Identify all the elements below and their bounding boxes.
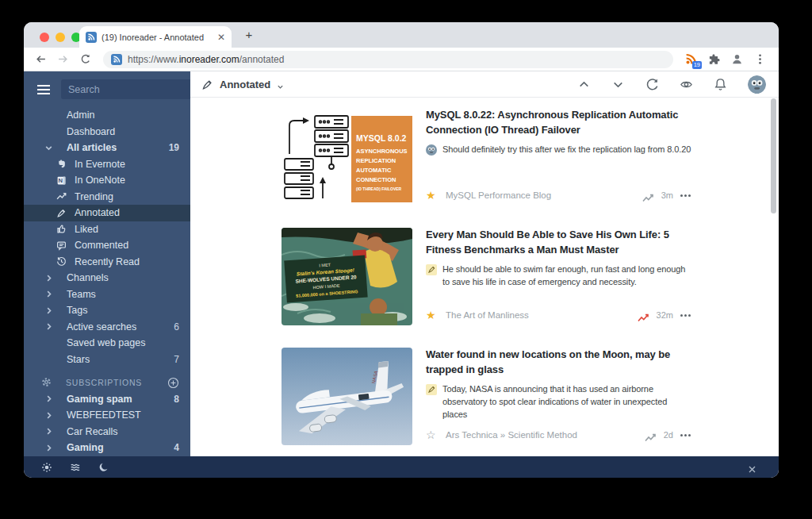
next-article-button[interactable] (611, 78, 625, 91)
sidebar-item-gaming[interactable]: Gaming4 (24, 440, 190, 456)
sidebar-item-label: All articles (67, 142, 117, 153)
sidebar-item-recently-read[interactable]: Recently Read (24, 254, 190, 271)
sidebar-item-car-recalls[interactable]: Car Recalls (24, 424, 190, 440)
star-icon[interactable]: ★ (426, 309, 439, 321)
hamburger-menu-icon[interactable] (36, 84, 51, 95)
article-row[interactable]: MYSQL 8.0.2 ASYNCHRONOUS REPLICATION AUT… (282, 108, 779, 206)
article-thumbnail: NASA (282, 348, 412, 445)
annotation-pen-icon (426, 264, 437, 275)
article-list: MYSQL 8.0.2 ASYNCHRONOUS REPLICATION AUT… (190, 98, 779, 456)
gear-icon[interactable] (41, 377, 52, 388)
trending-icon (56, 190, 67, 202)
refresh-button[interactable] (645, 78, 659, 91)
evernote-icon (56, 158, 67, 170)
sidebar-item-label: SUBSCRIPTIONS (66, 378, 142, 387)
sidebar-section-subscriptions[interactable]: SUBSCRIPTIONS (24, 375, 190, 391)
sidebar-item-saved-web-pages[interactable]: Saved web pages (24, 335, 190, 352)
reload-button[interactable] (76, 51, 94, 68)
theme-eink-waves-icon[interactable] (70, 462, 81, 473)
article-thumbnail: MYSQL 8.0.2 ASYNCHRONOUS REPLICATION AUT… (282, 108, 412, 206)
browser-tab[interactable]: (19) Inoreader - Annotated ✕ (79, 26, 232, 48)
content-header: Annotated (190, 71, 779, 98)
article-source[interactable]: MySQL Performance Blog (446, 190, 551, 200)
article-title[interactable]: Every Man Should Be Able to Save His Own… (426, 228, 691, 258)
forward-button[interactable] (54, 51, 71, 68)
unread-count: 6 (174, 321, 179, 333)
annotation-row: He should be able to swim far enough, ru… (426, 263, 691, 289)
unread-count: 8 (174, 394, 179, 405)
browser-menu-button[interactable] (752, 52, 768, 67)
add-subscription-button[interactable] (167, 377, 179, 389)
traffic-lights (40, 33, 81, 42)
new-tab-button[interactable]: + (243, 29, 255, 41)
sidebar-item-label: Car Recalls (67, 426, 118, 437)
sidebar-item-stars[interactable]: Stars7 (24, 352, 190, 368)
bottom-theme-bar (24, 456, 779, 478)
sidebar-item-in-onenote[interactable]: NIn OneNote (24, 172, 190, 189)
sidebar-item-teams[interactable]: Teams (24, 286, 190, 303)
search-input[interactable] (61, 79, 190, 99)
sidebar-item-all-articles[interactable]: All articles19 (24, 140, 190, 156)
sidebar-item-label: WEBFEEDTEST (67, 409, 141, 421)
theme-light-sun-icon[interactable] (41, 462, 52, 473)
article-source[interactable]: The Art of Manliness (446, 310, 529, 320)
browser-toolbar: https://www.inoreader.com/annotated 19 (24, 48, 779, 71)
chevron-right-icon (44, 427, 67, 436)
article-menu-button[interactable] (680, 313, 691, 318)
extension-badge: 19 (692, 61, 702, 69)
browser-window: (19) Inoreader - Annotated ✕ + https://w… (24, 22, 779, 478)
theme-bar-close-icon[interactable] (748, 463, 756, 471)
sidebar-item-trending[interactable]: Trending (24, 189, 190, 206)
feed-title-dropdown[interactable]: Annotated (201, 79, 284, 90)
view-unread-toggle-button[interactable] (680, 78, 693, 91)
article-meta: ☆ Ars Technica » Scientific Method 2d (426, 429, 691, 440)
back-button[interactable] (32, 51, 49, 68)
article-time: 2d (664, 430, 673, 440)
sidebar-item-admin[interactable]: Admin (24, 107, 190, 124)
sidebar-item-in-evernote[interactable]: In Evernote (24, 156, 190, 173)
sidebar-top (24, 71, 190, 106)
sidebar-item-label: Tags (67, 305, 87, 316)
sidebar-item-liked[interactable]: Liked (24, 221, 190, 238)
article-time: 3m (661, 190, 673, 200)
article-meta: ★ The Art of Manliness 32m (426, 309, 691, 321)
sidebar-item-commented[interactable]: Commented (24, 237, 190, 254)
svg-text:REPLICATION: REPLICATION (356, 157, 396, 164)
tab-close-icon[interactable]: ✕ (217, 33, 225, 42)
sidebar-item-tags[interactable]: Tags (24, 302, 190, 319)
article-row[interactable]: I MET Stalin's Korean Stooge! SHE-WOLVES… (282, 228, 779, 325)
sidebar-item-webfeedtest[interactable]: WEBFEEDTEST (24, 407, 190, 424)
previous-article-button[interactable] (577, 78, 591, 91)
theme-dark-moon-icon[interactable] (98, 462, 109, 473)
article-title[interactable]: Water found in new locations on the Moon… (426, 348, 691, 378)
article-source[interactable]: Ars Technica » Scientific Method (446, 430, 577, 440)
extensions-area: 19 (683, 52, 771, 67)
annotation-row: Should definitely try this after we fix … (426, 144, 691, 156)
extensions-puzzle-button[interactable] (706, 52, 722, 67)
article-menu-button[interactable] (680, 193, 691, 198)
notifications-bell-icon[interactable] (714, 78, 727, 91)
close-window-button[interactable] (40, 33, 49, 42)
star-icon[interactable]: ★ (426, 190, 439, 201)
sidebar-item-label: Recently Read (75, 256, 140, 267)
star-icon[interactable]: ☆ (426, 429, 439, 440)
article-body: Water found in new locations on the Moon… (426, 348, 691, 445)
article-body: MySQL 8.0.22: Asynchronous Replication A… (426, 108, 691, 206)
article-menu-button[interactable] (680, 432, 691, 438)
rss-extension-button[interactable]: 19 (683, 52, 699, 67)
sidebar-item-annotated[interactable]: Annotated (24, 205, 190, 221)
sidebar-item-dashboard[interactable]: Dashboard (24, 124, 190, 140)
sidebar-item-label: In OneNote (75, 175, 125, 186)
sidebar-item-active-searches[interactable]: Active searches6 (24, 319, 190, 336)
browser-profile-button[interactable] (729, 52, 745, 67)
article-row[interactable]: NASA Water found in new locations on the… (282, 348, 779, 445)
url-bar[interactable]: https://www.inoreader.com/annotated (103, 51, 673, 68)
article-title[interactable]: MySQL 8.0.22: Asynchronous Replication A… (426, 108, 691, 138)
sidebar-item-channels[interactable]: Channels (24, 270, 190, 286)
minimize-window-button[interactable] (56, 33, 65, 42)
page-title: Annotated (220, 79, 270, 90)
url-favicon-icon (111, 54, 122, 65)
sidebar-item-gaming-spam[interactable]: Gaming spam8 (24, 391, 190, 408)
user-avatar[interactable] (748, 75, 766, 94)
scrollbar-thumb[interactable] (771, 98, 776, 213)
